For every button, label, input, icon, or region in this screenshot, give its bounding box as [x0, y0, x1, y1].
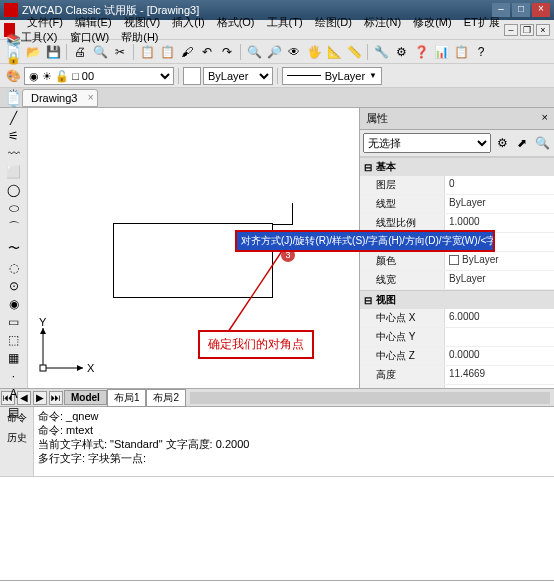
draw-tool-10[interactable]: ◉: [3, 296, 25, 312]
props-tool-icon[interactable]: ⚙: [493, 134, 511, 152]
toolbar-btn-3[interactable]: 🖨: [71, 43, 89, 61]
layer-tool-2[interactable]: 🎨: [4, 67, 22, 85]
props-filter-icon[interactable]: 🔍: [533, 134, 551, 152]
prop-group-视图[interactable]: ⊟视图: [360, 290, 554, 309]
prop-row[interactable]: 线宽ByLayer: [360, 271, 554, 290]
draw-tool-7[interactable]: 〜: [3, 239, 25, 258]
doc-restore-button[interactable]: ❐: [520, 24, 534, 36]
prop-row[interactable]: 中心点 Z0.0000: [360, 347, 554, 366]
properties-close-icon[interactable]: ×: [542, 111, 548, 126]
command-history[interactable]: 命令: _qnew 命令: mtext 当前文字样式: "Standard" 文…: [34, 407, 554, 476]
doc-minimize-button[interactable]: –: [504, 24, 518, 36]
toolbar-btn-19[interactable]: ❓: [412, 43, 430, 61]
draw-tool-15[interactable]: A: [3, 386, 25, 402]
toolbar-btn-1[interactable]: 📂: [24, 43, 42, 61]
draw-tool-8[interactable]: ◌: [3, 260, 25, 276]
menu-编辑[interactable]: 编辑(E): [69, 14, 118, 30]
toolbar-btn-4[interactable]: 🔍: [91, 43, 109, 61]
draw-tool-12[interactable]: ⬚: [3, 332, 25, 348]
prop-row[interactable]: 中心点 Y: [360, 328, 554, 347]
prop-value[interactable]: ByLayer: [445, 252, 554, 270]
toolbar-btn-7[interactable]: 📋: [158, 43, 176, 61]
selection-select[interactable]: 无选择: [363, 133, 491, 153]
prop-value[interactable]: 11.4669: [445, 366, 554, 384]
toolbar-btn-12[interactable]: 🔎: [265, 43, 283, 61]
menu-格式[interactable]: 格式(O): [211, 14, 261, 30]
prop-value[interactable]: ByLayer: [445, 195, 554, 213]
tab-model[interactable]: Model: [64, 390, 107, 405]
doc-tab-menu-icon[interactable]: 📄: [4, 89, 22, 107]
toolbar-btn-17[interactable]: 🔧: [372, 43, 390, 61]
draw-tool-5[interactable]: ⬭: [3, 200, 25, 216]
draw-tool-14[interactable]: ·: [3, 368, 25, 384]
tab-layout1[interactable]: 布局1: [107, 389, 147, 407]
menu-插入[interactable]: 插入(I): [166, 14, 210, 30]
draw-tool-4[interactable]: ◯: [3, 182, 25, 198]
tab-next-button[interactable]: ▶: [33, 391, 47, 405]
menu-标注[interactable]: 标注(N): [358, 14, 407, 30]
prop-group-基本[interactable]: ⊟基本: [360, 157, 554, 176]
toolbar-btn-18[interactable]: ⚙: [392, 43, 410, 61]
toolbar-btn-10[interactable]: ↷: [218, 43, 236, 61]
menu-修改[interactable]: 修改(M): [407, 14, 458, 30]
toolbar-btn-5[interactable]: ✂: [111, 43, 129, 61]
layout-tabs: ⏮ ◀ ▶ ⏭ Model 布局1 布局2: [0, 388, 554, 406]
toolbar-btn-8[interactable]: 🖌: [178, 43, 196, 61]
doc-tab-close-icon[interactable]: ×: [88, 92, 94, 103]
lineweight-select[interactable]: ByLayer ▼: [282, 67, 382, 85]
tab-last-button[interactable]: ⏭: [49, 391, 63, 405]
prop-row[interactable]: 中心点 X6.0000: [360, 309, 554, 328]
layer-select[interactable]: ◉ ☀ 🔓 □ 00: [24, 67, 174, 85]
toolbar-btn-22[interactable]: ?: [472, 43, 490, 61]
draw-tool-1[interactable]: ⚟: [3, 128, 25, 144]
draw-tool-0[interactable]: ╱: [3, 110, 25, 126]
prop-row[interactable]: 线型ByLayer: [360, 195, 554, 214]
color-select[interactable]: ByLayer: [203, 67, 273, 85]
toolbar-btn-15[interactable]: 📐: [325, 43, 343, 61]
toolbar-btn-20[interactable]: 📊: [432, 43, 450, 61]
menu-工具[interactable]: 工具(T): [261, 14, 309, 30]
draw-tool-3[interactable]: ⬜: [3, 164, 25, 180]
draw-tool-11[interactable]: ▭: [3, 314, 25, 330]
toolbar-btn-13[interactable]: 👁: [285, 43, 303, 61]
color-swatch[interactable]: [183, 67, 201, 85]
prop-row[interactable]: 图层0: [360, 176, 554, 195]
toolbar-btn-11[interactable]: 🔍: [245, 43, 263, 61]
prop-row[interactable]: 宽度18.1369: [360, 385, 554, 388]
maximize-button[interactable]: □: [512, 3, 530, 17]
prop-value[interactable]: 18.1369: [445, 385, 554, 388]
toolbar-btn-6[interactable]: 📋: [138, 43, 156, 61]
toolbar-btn-2[interactable]: 💾: [44, 43, 62, 61]
layer-tool-0[interactable]: 📚: [4, 31, 22, 49]
draw-tool-6[interactable]: ⌒: [3, 218, 25, 237]
draw-tool-16[interactable]: ▤: [3, 404, 25, 420]
scrollbar-horizontal[interactable]: [190, 392, 550, 404]
doc-close-button[interactable]: ×: [536, 24, 550, 36]
toolbar-btn-21[interactable]: 📋: [452, 43, 470, 61]
prop-value[interactable]: ByLayer: [445, 271, 554, 289]
toolbar-btn-14[interactable]: 🖐: [305, 43, 323, 61]
menu-文件[interactable]: 文件(F): [21, 14, 69, 30]
draw-tool-13[interactable]: ▦: [3, 350, 25, 366]
toolbar-btn-16[interactable]: 📏: [345, 43, 363, 61]
prop-value[interactable]: [445, 328, 554, 346]
collapse-icon: ⊟: [364, 162, 372, 173]
close-button[interactable]: ×: [532, 3, 550, 17]
prop-row[interactable]: 高度11.4669: [360, 366, 554, 385]
prop-value[interactable]: 0.0000: [445, 347, 554, 365]
menu-绘图[interactable]: 绘图(D): [309, 14, 358, 30]
app-icon: [4, 3, 18, 17]
collapse-icon: ⊟: [364, 295, 372, 306]
cmd-gutter-1[interactable]: 历史: [6, 429, 28, 447]
toolbar-btn-9[interactable]: ↶: [198, 43, 216, 61]
props-pick-icon[interactable]: ⬈: [513, 134, 531, 152]
prop-row[interactable]: 颜色ByLayer: [360, 252, 554, 271]
doc-tab-drawing3[interactable]: Drawing3 ×: [22, 89, 98, 107]
draw-tool-2[interactable]: 〰: [3, 146, 25, 162]
menu-视图[interactable]: 视图(V): [118, 14, 167, 30]
layer-tool-1[interactable]: 🔒: [4, 49, 22, 67]
prop-value[interactable]: 0: [445, 176, 554, 194]
draw-tool-9[interactable]: ⊙: [3, 278, 25, 294]
prop-value[interactable]: 6.0000: [445, 309, 554, 327]
tab-layout2[interactable]: 布局2: [146, 389, 186, 407]
